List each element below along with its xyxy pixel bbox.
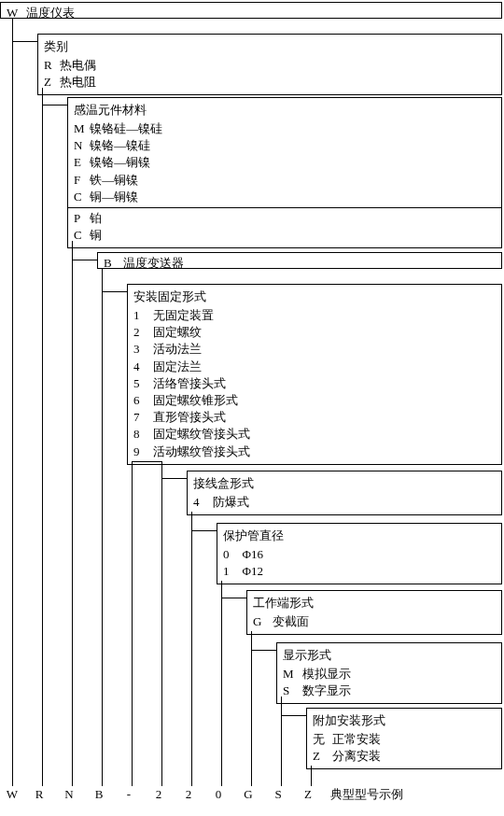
leader-line bbox=[191, 512, 192, 786]
connector-line bbox=[72, 260, 97, 260]
box-additional-mount: 附加安装形式 无 正常安装 Z 分离安装 bbox=[306, 708, 502, 769]
box-transmitter: B 温度变送器 bbox=[97, 252, 502, 269]
box-display: 显示形式 M 模拟显示 S 数字显示 bbox=[276, 642, 502, 704]
example-code: B bbox=[84, 787, 114, 802]
example-code: N bbox=[54, 787, 84, 802]
leader-line bbox=[281, 696, 282, 786]
connector-line bbox=[161, 478, 187, 479]
box-junction-box: 接线盒形式 4 防爆式 bbox=[187, 471, 502, 515]
connector-line bbox=[251, 650, 276, 651]
leader-line bbox=[251, 631, 252, 786]
example-code: W bbox=[0, 787, 24, 802]
connector-line bbox=[132, 461, 161, 462]
connector-line bbox=[12, 41, 37, 42]
example-code: G bbox=[233, 787, 263, 802]
example-code: R bbox=[24, 787, 54, 802]
leader-line bbox=[221, 581, 222, 786]
leader-line bbox=[42, 88, 43, 786]
connector-line bbox=[102, 291, 127, 292]
leader-line bbox=[311, 766, 312, 786]
heading: 类别 bbox=[44, 38, 496, 55]
connector-line bbox=[221, 598, 246, 598]
box-category: 类别 R 热电偶 Z 热电阻 bbox=[37, 34, 502, 95]
example-code: 2 bbox=[174, 787, 203, 802]
leader-line bbox=[161, 461, 162, 786]
example-code: S bbox=[263, 787, 293, 802]
connector-line bbox=[42, 105, 67, 106]
leader-line bbox=[12, 19, 13, 786]
box-instrument-type: W 温度仪表 bbox=[0, 2, 502, 19]
example-code: 2 bbox=[144, 787, 174, 802]
example-code: 0 bbox=[203, 787, 233, 802]
heading: 温度仪表 bbox=[26, 6, 75, 20]
example-row: W R N B - 2 2 0 G S Z 典型型号示例 bbox=[0, 786, 504, 803]
box-tube-diameter: 保护管直径 0 Φ16 1 Φ12 bbox=[217, 523, 502, 584]
box-sensor-material: 感温元件材料 M 镍铬硅—镍硅 N 镍铬—镍硅 E 镍铬—铜镍 F 铁—铜镍 C… bbox=[67, 97, 502, 248]
heading: 感温元件材料 bbox=[74, 102, 496, 119]
model-naming-diagram: W 温度仪表 类别 R 热电偶 Z 热电阻 感温元件材料 M 镍铬硅—镍硅 N … bbox=[0, 0, 504, 816]
leader-line bbox=[102, 269, 103, 786]
code: W bbox=[7, 5, 20, 21]
example-label: 典型型号示例 bbox=[330, 786, 403, 803]
leader-line bbox=[132, 461, 133, 786]
box-mounting: 安装固定形式 1 无固定装置 2 固定螺纹 3 活动法兰 4 固定法兰 5 活络… bbox=[127, 284, 502, 465]
leader-line bbox=[72, 241, 73, 786]
example-code: - bbox=[114, 787, 144, 802]
example-code: Z bbox=[293, 787, 323, 802]
box-working-end: 工作端形式 G 变截面 bbox=[246, 590, 502, 635]
connector-line bbox=[191, 530, 217, 531]
connector-line bbox=[281, 715, 306, 716]
